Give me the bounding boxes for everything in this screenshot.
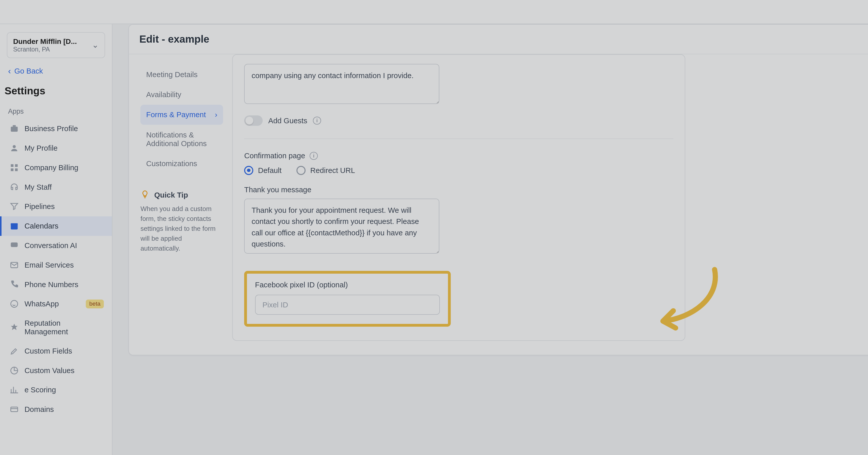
svg-rect-0 (11, 127, 18, 132)
svg-point-11 (11, 300, 18, 307)
nav-reputation[interactable]: Reputation Management (0, 314, 112, 342)
edit-panel: Edit - example Close Save Meeting Detail… (128, 24, 868, 355)
info-icon[interactable]: i (313, 117, 321, 125)
workspace-location: Scranton, PA (13, 46, 77, 53)
radio-default[interactable]: Default (244, 166, 281, 175)
subnav-customizations[interactable]: Customizations (141, 154, 223, 173)
add-guests-label: Add Guests (268, 117, 307, 125)
separator (244, 138, 673, 139)
lightbulb-icon (141, 190, 150, 201)
radio-dot-icon (244, 166, 253, 175)
nav-domains[interactable]: Domains (0, 400, 112, 419)
nav-email-services[interactable]: Email Services (0, 255, 112, 275)
main: Edit - example Close Save Meeting Detail… (113, 24, 868, 455)
card-icon (10, 405, 19, 414)
facebook-pixel-label: Facebook pixel ID (optional) (255, 281, 440, 289)
pie-icon (10, 366, 19, 375)
apps-section-label: Apps (0, 105, 112, 119)
nav-conversation-ai[interactable]: Conversation AI (0, 236, 112, 255)
nav-label: Custom Fields (24, 347, 72, 355)
radio-redirect-url[interactable]: Redirect URL (297, 166, 355, 175)
panel-subnav: Meeting Details Availability Forms & Pay… (129, 54, 232, 355)
nav-label: Company Billing (24, 163, 78, 172)
mail-icon (10, 260, 19, 270)
radio-dot-icon (297, 166, 306, 175)
nav-label: Email Services (24, 261, 73, 269)
nav-label: WhatsApp (24, 299, 59, 308)
thank-you-label: Thank you message (244, 185, 673, 194)
subnav-notifications[interactable]: Notifications & Additional Options (141, 125, 223, 154)
topbar: Click here to switch ⚡ topline Support (0, 0, 868, 24)
nav-calendars[interactable]: Calendars (0, 216, 112, 236)
svg-rect-13 (11, 407, 18, 412)
svg-rect-6 (15, 168, 18, 171)
form-area: company using any contact information I … (232, 54, 868, 355)
nav-label: My Profile (24, 144, 58, 153)
nav-label: Phone Numbers (24, 280, 78, 289)
go-back-label: Go Back (14, 67, 43, 75)
chat-icon (10, 241, 19, 250)
nav-label: Reputation Management (24, 319, 104, 336)
subnav-meeting-details[interactable]: Meeting Details (141, 64, 223, 85)
nav-my-profile[interactable]: My Profile (0, 138, 112, 158)
nav-company-billing[interactable]: Company Billing (0, 158, 112, 177)
nav-my-staff[interactable]: My Staff (0, 177, 112, 197)
go-back-link[interactable]: ‹ Go Back (0, 63, 112, 83)
sidebar: Dunder Mifflin [D... Scranton, PA ⌄ ‹ Go… (0, 24, 113, 455)
headset-icon (10, 182, 19, 192)
app-shell: Dunder Mifflin [D... Scranton, PA ⌄ ‹ Go… (0, 24, 868, 455)
chevron-down-icon: ⌄ (92, 40, 99, 50)
panel-body: Meeting Details Availability Forms & Pay… (129, 54, 868, 355)
grid-icon (10, 163, 19, 172)
nav-pipelines[interactable]: Pipelines (0, 197, 112, 216)
facebook-pixel-input[interactable] (255, 295, 440, 315)
quick-tip: Quick Tip When you add a custom form, th… (141, 190, 223, 254)
subnav-forms-payment[interactable]: Forms & Payment › (141, 105, 223, 125)
nav-scoring[interactable]: e Scoring (0, 380, 112, 400)
phone-icon (10, 280, 19, 289)
svg-rect-5 (11, 168, 13, 171)
svg-rect-3 (11, 164, 13, 167)
svg-rect-4 (15, 164, 18, 167)
tip-body: When you add a custom form, the sticky c… (141, 204, 223, 253)
add-guests-toggle[interactable] (244, 116, 262, 126)
form-card: company using any contact information I … (232, 54, 685, 341)
nav-label: Domains (24, 405, 54, 414)
thank-you-textarea[interactable]: Thank you for your appointment request. … (244, 199, 439, 254)
nav-label: Calendars (24, 222, 58, 230)
radio-label: Default (258, 166, 281, 175)
svg-point-2 (13, 145, 16, 148)
nav-whatsapp[interactable]: WhatsApp beta (0, 294, 112, 314)
user-icon (10, 143, 19, 153)
svg-rect-8 (11, 223, 18, 225)
nav-label: Conversation AI (24, 241, 77, 250)
confirmation-page-label: Confirmation page i (244, 152, 673, 160)
nav-label: My Staff (24, 183, 52, 192)
nav-business-profile[interactable]: Business Profile (0, 119, 112, 138)
chart-icon (10, 385, 19, 394)
nav-phone-numbers[interactable]: Phone Numbers (0, 275, 112, 294)
calendar-icon (10, 221, 19, 231)
panel-title: Edit - example (140, 33, 209, 45)
nav-label: Custom Values (24, 366, 74, 375)
panel-header: Edit - example Close Save (129, 25, 868, 54)
workspace-switcher[interactable]: Dunder Mifflin [D... Scranton, PA ⌄ (7, 32, 105, 58)
nav-custom-fields[interactable]: Custom Fields (0, 341, 112, 361)
tip-title: Quick Tip (154, 191, 188, 199)
chevron-left-icon: ‹ (8, 66, 11, 76)
settings-title: Settings (0, 83, 112, 105)
funnel-icon (10, 202, 19, 211)
info-icon[interactable]: i (310, 152, 318, 160)
chevron-right-icon: › (215, 110, 217, 119)
star-icon (10, 323, 19, 332)
workspace-name: Dunder Mifflin [D... (13, 37, 77, 46)
subnav-availability[interactable]: Availability (141, 85, 223, 105)
radio-label: Redirect URL (310, 166, 355, 175)
facebook-pixel-highlight: Facebook pixel ID (optional) (244, 271, 451, 327)
consent-textarea[interactable]: company using any contact information I … (244, 64, 439, 104)
nav-custom-values[interactable]: Custom Values (0, 361, 112, 380)
briefcase-icon (10, 124, 19, 133)
nav-label: Pipelines (24, 202, 55, 211)
svg-rect-1 (13, 125, 16, 127)
whatsapp-icon (10, 299, 19, 308)
